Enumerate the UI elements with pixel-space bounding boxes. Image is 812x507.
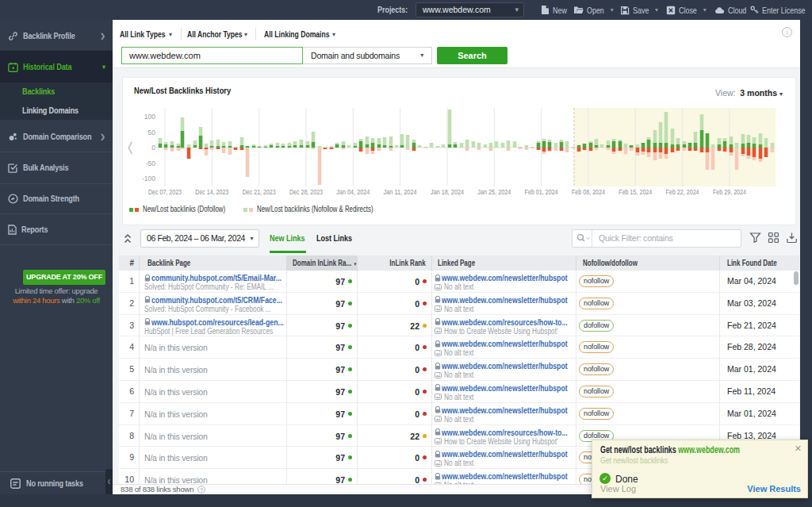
svg-text:Feb 22, 2024: Feb 22, 2024 <box>666 188 699 196</box>
svg-text:Feb 08, 2024: Feb 08, 2024 <box>572 188 605 196</box>
svg-text:100: 100 <box>144 113 155 121</box>
svg-text:Feb 29, 2024: Feb 29, 2024 <box>713 188 746 196</box>
svg-text:Jan 25, 2024: Jan 25, 2024 <box>477 188 511 196</box>
svg-text:Dec 28, 2023: Dec 28, 2023 <box>289 188 323 196</box>
svg-text:-100: -100 <box>142 175 155 182</box>
svg-text:50: 50 <box>148 129 156 136</box>
svg-text:Jan 11, 2024: Jan 11, 2024 <box>384 188 417 196</box>
svg-text:Feb 15, 2024: Feb 15, 2024 <box>619 188 652 196</box>
svg-text:Dec 21, 2023: Dec 21, 2023 <box>243 188 276 196</box>
svg-text:-50: -50 <box>146 159 156 167</box>
svg-text:Jan 18, 2024: Jan 18, 2024 <box>431 188 464 196</box>
svg-text:Feb 01, 2024: Feb 01, 2024 <box>525 188 558 196</box>
svg-text:Jan 04, 2024: Jan 04, 2024 <box>336 188 370 196</box>
svg-text:Dec 07, 2023: Dec 07, 2023 <box>148 188 182 196</box>
svg-text:Dec 14, 2023: Dec 14, 2023 <box>195 188 228 196</box>
